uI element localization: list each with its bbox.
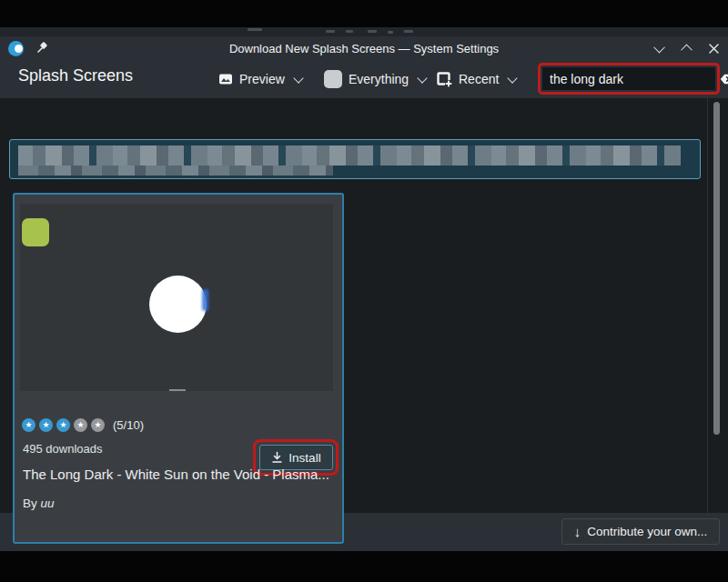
entry-author: By uu: [23, 497, 55, 510]
titlebar[interactable]: Download New Splash Screens — System Set…: [0, 36, 728, 61]
window-title: Download New Splash Screens — System Set…: [0, 36, 728, 61]
rating-label: (5/10): [113, 418, 144, 432]
clear-search-button[interactable]: [720, 69, 728, 88]
entry-preview-image[interactable]: [20, 204, 333, 391]
minimize-icon: [653, 42, 665, 54]
rating: ★ ★ ★ ★ ★ (5/10): [22, 417, 144, 432]
maximize-button[interactable]: [679, 42, 693, 56]
redacted-text-row: [18, 146, 681, 166]
contribute-button[interactable]: ↓ Contribute your own...: [561, 518, 720, 545]
view-frame-divider: [707, 98, 708, 513]
recent-icon: [437, 72, 452, 87]
preview-sun-circle: [149, 276, 207, 333]
search-field[interactable]: [541, 66, 716, 91]
down-arrow-icon: ↓: [574, 525, 581, 538]
background-window-artifact: [326, 30, 335, 33]
close-icon: [709, 44, 719, 54]
install-label: Install: [288, 451, 320, 465]
star-icon: ★: [74, 418, 87, 432]
vertical-scrollbar[interactable]: [713, 102, 720, 435]
background-window-artifact: [248, 28, 262, 31]
author-prefix: By: [23, 497, 41, 510]
info-message-bar: [9, 139, 701, 179]
star-icon: ★: [91, 418, 105, 432]
entry-card[interactable]: Install ★ ★ ★ ★ ★ (5/10) 495 downloads T…: [13, 193, 344, 544]
minimize-button[interactable]: [652, 42, 666, 56]
download-icon: [271, 451, 283, 464]
content-view: Install ★ ★ ★ ★ ★ (5/10) 495 downloads T…: [0, 98, 728, 513]
preview-label: Preview: [239, 72, 285, 86]
redacted-text-row: [18, 166, 333, 176]
background-window-sliver: [0, 27, 728, 36]
maximize-icon: [681, 45, 693, 56]
page-title: Splash Screens: [18, 66, 133, 85]
search-input[interactable]: [542, 72, 720, 86]
chevron-down-icon: [293, 73, 303, 83]
background-window-artifact: [404, 30, 413, 33]
author-name[interactable]: uu: [41, 497, 55, 510]
chevron-down-icon: [508, 73, 518, 83]
sort-filter-dropdown[interactable]: Recent: [437, 66, 516, 92]
star-icon: ★: [39, 418, 53, 432]
star-icon: ★: [56, 418, 70, 432]
download-dialog-window: Download New Splash Screens — System Set…: [0, 36, 728, 551]
preview-progress-dash: [169, 389, 186, 391]
downloads-count: 495 downloads: [23, 442, 102, 456]
category-swatch-icon: [324, 70, 342, 88]
contribute-label: Contribute your own...: [587, 525, 707, 538]
preview-logo-square: [22, 218, 49, 246]
sort-filter-label: Recent: [459, 72, 499, 86]
category-filter-dropdown[interactable]: Everything: [324, 66, 426, 92]
category-filter-label: Everything: [349, 72, 409, 86]
background-window-artifact: [368, 30, 377, 33]
preview-dropdown[interactable]: Preview: [218, 66, 302, 92]
backspace-clear-icon: [720, 74, 728, 85]
background-window-artifact: [346, 30, 353, 33]
preview-image-icon: [218, 72, 233, 86]
close-button[interactable]: [706, 42, 721, 56]
desktop: Download New Splash Screens — System Set…: [0, 0, 728, 582]
background-window-artifact: [388, 31, 393, 34]
entry-title: The Long Dark - White Sun on the Void - …: [23, 467, 339, 482]
chevron-down-icon: [417, 73, 427, 83]
star-icon: ★: [22, 418, 35, 432]
window-controls: [652, 36, 721, 61]
